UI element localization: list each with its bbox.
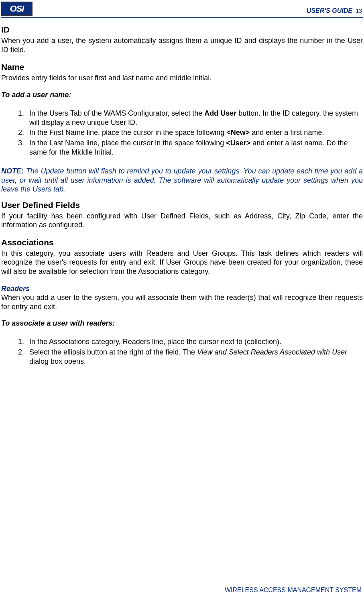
readers-subhead: Readers <box>1 285 363 293</box>
note-block: NOTE: The Update button will flash to re… <box>1 167 363 194</box>
associate-readers-steps: In the Associations category, Readers li… <box>26 337 363 366</box>
page-footer: WIRELESS ACCESS MANAGEMENT SYSTEM <box>225 587 362 594</box>
page-number: - 13 <box>352 8 362 14</box>
page-header: OSI USER'S GUIDE- 13 <box>0 0 364 16</box>
section-name-body: Provides entry fields for user first and… <box>1 73 363 83</box>
step-text: In the First Name line, place the cursor… <box>29 128 226 137</box>
section-udf-body: If your facility has been configured wit… <box>1 212 363 230</box>
list-item: In the Last Name line, place the cursor … <box>26 139 363 157</box>
step-bold: Add User <box>204 109 236 117</box>
osi-logo: OSI <box>1 2 33 16</box>
note-label: NOTE: <box>1 167 26 175</box>
step-italic: View and Select Readers Associated with … <box>197 348 347 356</box>
step-bold: <New> <box>226 128 250 137</box>
section-assoc-body: In this category, you associate users wi… <box>1 249 363 276</box>
guide-label: USER'S GUIDE <box>307 7 352 14</box>
step-text: dialog box opens. <box>29 357 86 365</box>
readers-body: When you add a user to the system, you w… <box>1 293 363 311</box>
add-user-name-subhead: To add a user name: <box>1 91 363 99</box>
section-name-title: Name <box>1 62 363 72</box>
list-item: Select the ellipsis button at the right … <box>26 348 363 367</box>
list-item: In the Users Tab of the WAMS Configurato… <box>26 109 363 128</box>
note-body: The Update button will flash to remind y… <box>1 167 363 193</box>
add-user-name-steps: In the Users Tab of the WAMS Configurato… <box>26 109 363 157</box>
step-text: In the Users Tab of the WAMS Configurato… <box>29 109 204 117</box>
list-item: In the First Name line, place the cursor… <box>26 128 363 137</box>
section-id-body: When you add a user, the system automati… <box>1 36 363 54</box>
step-text: and enter a first name. <box>250 128 324 137</box>
page-content: ID When you add a user, the system autom… <box>0 18 364 367</box>
associate-readers-subhead: To associate a user with readers: <box>1 319 363 328</box>
logo-text: OSI <box>10 4 24 14</box>
list-item: In the Associations category, Readers li… <box>26 337 363 346</box>
section-id-title: ID <box>1 25 363 35</box>
header-right: USER'S GUIDE- 13 <box>307 2 363 14</box>
step-text: In the Associations category, Readers li… <box>29 338 281 346</box>
section-udf-title: User Defined Fields <box>1 200 363 210</box>
step-bold: <User> <box>226 139 250 147</box>
step-text: In the Last Name line, place the cursor … <box>29 139 226 147</box>
step-text: Select the ellipsis button at the right … <box>29 348 197 356</box>
section-assoc-title: Associations <box>1 238 363 247</box>
